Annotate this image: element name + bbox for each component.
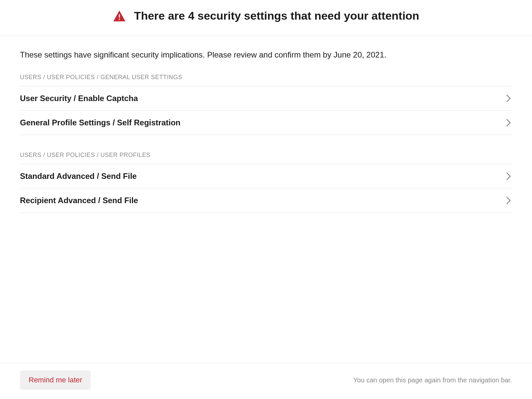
svg-rect-0 [119, 14, 120, 18]
chevron-right-icon [506, 197, 511, 204]
setting-row-enable-captcha[interactable]: User Security / Enable Captcha [20, 86, 512, 111]
chevron-right-icon [506, 94, 511, 102]
chevron-right-icon [506, 119, 511, 127]
setting-label: User Security / Enable Captcha [20, 94, 138, 103]
settings-section: USERS / USER POLICIES / GENERAL USER SET… [20, 74, 512, 135]
section-breadcrumb: USERS / USER POLICIES / GENERAL USER SET… [20, 74, 512, 86]
setting-row-self-registration[interactable]: General Profile Settings / Self Registra… [20, 111, 512, 135]
footer-info-text: You can open this page again from the na… [353, 376, 512, 384]
svg-rect-1 [119, 19, 120, 20]
chevron-right-icon [506, 172, 511, 180]
section-breadcrumb: USERS / USER POLICIES / USER PROFILES [20, 152, 512, 164]
page-footer: Remind me later You can open this page a… [0, 363, 532, 399]
settings-section: USERS / USER POLICIES / USER PROFILES St… [20, 152, 512, 213]
setting-row-recipient-send-file[interactable]: Recipient Advanced / Send File [20, 189, 512, 213]
page-title: There are 4 security settings that need … [134, 9, 419, 22]
setting-label: Standard Advanced / Send File [20, 172, 137, 181]
setting-label: Recipient Advanced / Send File [20, 196, 138, 205]
setting-label: General Profile Settings / Self Registra… [20, 118, 181, 127]
setting-row-standard-send-file[interactable]: Standard Advanced / Send File [20, 164, 512, 189]
warning-triangle-icon [113, 10, 126, 22]
intro-text: These settings have significant security… [20, 49, 512, 61]
page-header: There are 4 security settings that need … [0, 0, 532, 36]
remind-later-button[interactable]: Remind me later [20, 370, 91, 390]
content-area: These settings have significant security… [0, 36, 532, 363]
